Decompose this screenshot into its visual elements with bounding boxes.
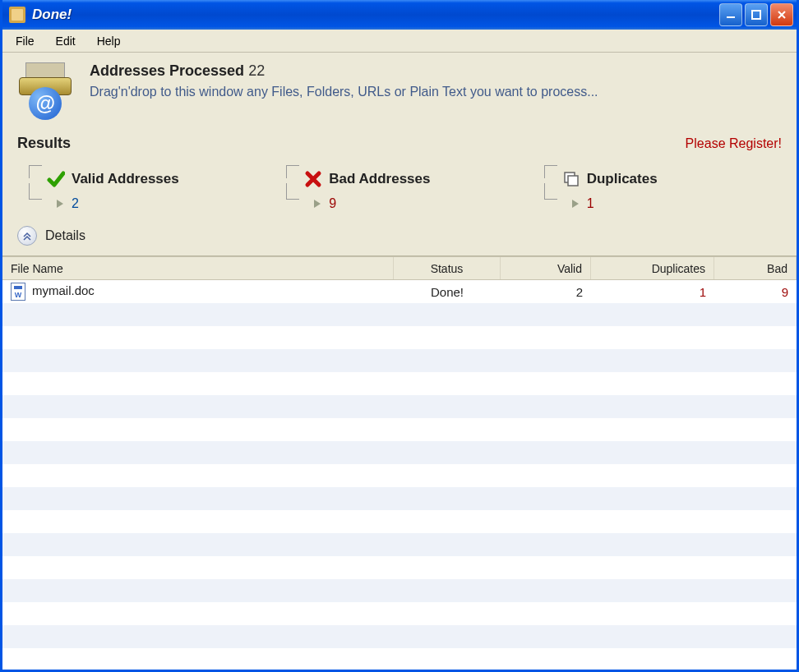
menu-help[interactable]: Help [87,32,131,50]
th-bad[interactable]: Bad [714,257,797,279]
header-panel: @ Addresses Processed 22 Drag'n'drop to … [2,53,797,131]
triangle-icon [572,200,579,208]
details-label: Details [45,228,85,243]
x-icon [304,170,322,188]
table-header: File Name Status Valid Duplicates Bad [2,257,797,280]
cell-valid: 2 [501,285,591,299]
window-controls [719,3,793,26]
results-label: Results [17,135,71,152]
th-duplicates[interactable]: Duplicates [591,257,714,279]
cell-bad: 9 [714,285,797,299]
mail-extractor-icon: @ [17,62,75,120]
stat-valid-value: 2 [72,196,79,211]
cell-duplicates: 1 [591,285,714,299]
header-title-bold: Addresses Processed [90,62,244,79]
doc-file-icon [11,283,25,301]
register-link[interactable]: Please Register! [686,136,782,151]
application-window: Done! File Edit Help @ Addresses Process… [0,0,799,672]
filename-text: mymail.doc [32,283,95,297]
window-title: Done! [32,7,719,23]
svg-rect-1 [752,11,760,19]
check-icon [47,170,65,188]
row-stripes [2,280,797,670]
header-text: Addresses Processed 22 Drag'n'drop to th… [90,62,598,101]
header-hint: Drag'n'drop to this window any Files, Fo… [90,83,598,101]
stat-dup-value: 1 [587,196,594,211]
svg-rect-0 [727,16,735,18]
menu-file[interactable]: File [6,32,44,50]
th-valid[interactable]: Valid [501,257,591,279]
titlebar[interactable]: Done! [2,0,797,30]
cell-status: Done! [394,285,501,299]
menubar: File Edit Help [2,30,797,53]
table-body: mymail.doc Done! 2 1 9 [2,280,797,670]
stat-valid-label: Valid Addresses [72,171,179,187]
menu-edit[interactable]: Edit [46,32,85,50]
stat-dup-label: Duplicates [587,171,658,187]
app-icon [9,7,25,23]
stat-bad: Bad Addresses 9 [275,163,524,214]
triangle-icon [314,200,321,208]
stat-bad-label: Bad Addresses [329,171,430,187]
close-button[interactable] [770,3,793,26]
stat-bad-value: 9 [329,196,336,211]
stat-valid-value-row[interactable]: 2 [57,196,263,211]
table-row[interactable]: mymail.doc Done! 2 1 9 [2,280,797,303]
copy-icon [562,170,580,188]
stat-bad-value-row[interactable]: 9 [314,196,520,211]
maximize-button[interactable] [745,3,768,26]
cell-filename: mymail.doc [2,283,394,301]
stat-valid: Valid Addresses 2 [17,163,266,214]
results-table: File Name Status Valid Duplicates Bad my… [2,256,797,670]
stat-duplicates: Duplicates 1 [533,163,782,214]
collapse-icon [17,226,37,246]
stat-dup-value-row[interactable]: 1 [572,196,778,211]
svg-rect-3 [568,176,578,186]
th-status[interactable]: Status [394,257,501,279]
triangle-icon [57,200,63,208]
stats-row: Valid Addresses 2 Bad Addresses 9 [2,159,797,218]
details-toggle[interactable]: Details [2,218,797,255]
results-bar: Results Please Register! [2,131,797,159]
minimize-button[interactable] [719,3,742,26]
th-filename[interactable]: File Name [2,257,394,279]
header-count: 22 [248,62,265,79]
header-title: Addresses Processed 22 [90,62,598,80]
